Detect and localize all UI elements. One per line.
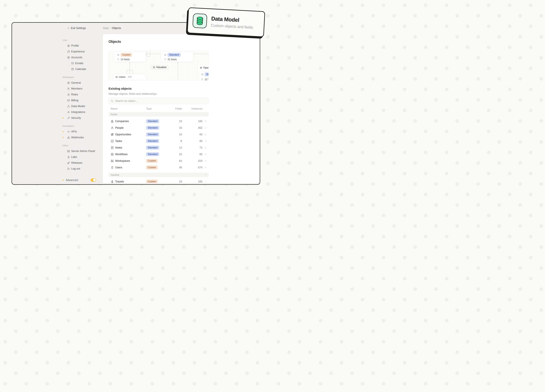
sidebar-item-profile[interactable]: Profile: [62, 43, 101, 49]
table-row-workspaces[interactable]: WorkspacesCustom64203: [109, 158, 209, 164]
sidebar-item-label: Profile: [71, 44, 79, 47]
user-circle-icon: [67, 44, 70, 47]
chevron-up-icon: [205, 174, 207, 176]
row-open-button[interactable]: [202, 127, 209, 129]
dots-vertical-icon: [204, 180, 207, 183]
table-row-people[interactable]: PeopleStandard16462: [109, 124, 209, 131]
tag-icon: [117, 58, 119, 61]
diagram-node-standard[interactable]: Standard 31 fields: [161, 51, 194, 62]
sidebar-item-experience[interactable]: Experience: [62, 49, 101, 55]
table-row-opportunities[interactable]: OpportunitiesStandard1583: [109, 131, 209, 138]
search-input[interactable]: [115, 100, 206, 103]
table-row-companies[interactable]: CompaniesStandard23165: [109, 118, 209, 124]
table-row-workflows[interactable]: WorkflowsStandard1583: [109, 151, 209, 158]
group-bar-inactive[interactable]: Inactive: [109, 173, 209, 177]
chevron-right-icon: [204, 140, 207, 142]
group-bar-active[interactable]: Active: [109, 112, 209, 117]
connector-loop: [147, 51, 150, 57]
sidebar-item-roles[interactable]: Roles: [62, 92, 101, 98]
table-row-users[interactable]: UsersCustom46674: [109, 164, 209, 171]
advanced-toggle[interactable]: [91, 178, 96, 182]
object-name: Travels: [115, 180, 146, 183]
table-row-tasks[interactable]: TasksStandard883: [109, 138, 209, 144]
credit-card-icon: [67, 99, 70, 102]
building-icon: [111, 120, 114, 123]
instances-value: 165: [182, 120, 202, 123]
page-title: Objects: [109, 40, 121, 44]
exit-settings-button[interactable]: Exit Settings: [62, 26, 86, 30]
sidebar-item-security[interactable]: Security: [62, 115, 101, 121]
target-icon: [111, 133, 114, 136]
connector-line: [194, 54, 209, 54]
sidebar-item-members[interactable]: Members: [62, 86, 101, 92]
sidebar-section-developers: Developers: [62, 124, 101, 128]
id-card-icon: [115, 76, 118, 78]
tag-icon: [164, 58, 166, 61]
table-row-travels[interactable]: TravelsCustom23165: [109, 178, 209, 183]
diagram-node-opportunities[interactable]: Opportunities Standard 12 fields: [198, 64, 209, 81]
row-open-button[interactable]: [202, 153, 209, 156]
instances-value: 72: [182, 146, 202, 149]
type-badge: Standard: [146, 119, 159, 123]
fields-value: 13: [169, 146, 182, 149]
lock-icon: [67, 93, 70, 96]
sidebar-item-billing[interactable]: Billing: [62, 98, 101, 103]
type-badge: Standard: [167, 53, 181, 57]
sidebar-item-data-model[interactable]: Data Model: [62, 103, 101, 109]
row-menu-button[interactable]: [202, 180, 209, 183]
checkbox-icon: [111, 140, 114, 143]
node-name: Users: [119, 75, 125, 78]
grid-plus-icon: [111, 159, 114, 162]
data-model-preview-canvas[interactable]: Custom 14 fields Standard: [109, 51, 209, 81]
sidebar-item-general[interactable]: General: [62, 80, 101, 86]
sidebar-item-integrations[interactable]: Integrations: [62, 109, 101, 115]
yellow-dot: [62, 137, 63, 138]
at-icon: [67, 56, 70, 59]
diagram-node-users[interactable]: Users · 497: [113, 74, 146, 81]
sidebar-item-labs[interactable]: Labs: [62, 154, 101, 160]
row-open-button[interactable]: [202, 146, 209, 149]
diagram-node-custom[interactable]: Custom 14 fields: [113, 51, 146, 62]
breadcrumb-section[interactable]: Data: [103, 27, 109, 30]
object-name: Notes: [115, 146, 146, 149]
sidebar-item-label: Emails: [75, 62, 83, 65]
workflow-icon: [111, 153, 114, 156]
sidebar-item-label: Webhooks: [71, 136, 84, 139]
visualize-button[interactable]: Visualize: [151, 65, 169, 69]
sidebar-item-log-out[interactable]: Log out: [62, 166, 101, 172]
row-open-button[interactable]: [202, 160, 209, 162]
instances-value: 83: [182, 153, 202, 156]
sidebar-item-webhooks[interactable]: Webhooks: [62, 135, 101, 140]
type-badge: Custom: [121, 53, 132, 57]
chevron-right-icon: [204, 133, 207, 136]
flask-icon: [67, 156, 70, 158]
row-open-button[interactable]: [202, 140, 209, 142]
sidebar-item-apis[interactable]: APIs: [62, 129, 101, 135]
sidebar-item-releases[interactable]: Releases: [62, 160, 101, 166]
advanced-label: Advanced:: [66, 179, 79, 182]
breadcrumb-separator: /: [110, 27, 111, 30]
sidebar-item-label: Experience: [71, 50, 85, 53]
row-open-button[interactable]: [202, 166, 209, 169]
close-icon: [67, 27, 70, 29]
instances-value: 165: [182, 180, 202, 183]
breadcrumb-page: Objects: [112, 27, 121, 30]
row-open-button[interactable]: [202, 120, 209, 123]
fields-value: 64: [169, 159, 182, 162]
code-icon: [67, 130, 70, 133]
gear-icon: [67, 81, 70, 84]
sidebar-item-emails[interactable]: Emails: [62, 60, 101, 66]
callout-title: Data Model: [211, 15, 254, 24]
breadcrumb: Data / Objects: [103, 26, 121, 30]
row-open-button[interactable]: [202, 133, 209, 136]
cube-icon: [117, 54, 119, 56]
sidebar-item-accounts[interactable]: Accounts: [62, 55, 101, 60]
cube-icon: [164, 54, 166, 56]
fields-value: 15: [169, 133, 182, 136]
sidebar-item-calendar[interactable]: Calendar: [62, 66, 101, 72]
server-icon: [67, 150, 70, 153]
sidebar-item-label: Calendar: [75, 68, 86, 71]
type-badge: Custom: [146, 180, 158, 183]
sidebar-item-server-admin-panel[interactable]: Server Admin Panel: [62, 148, 101, 154]
table-row-notes[interactable]: NotesStandard1372: [109, 144, 209, 151]
